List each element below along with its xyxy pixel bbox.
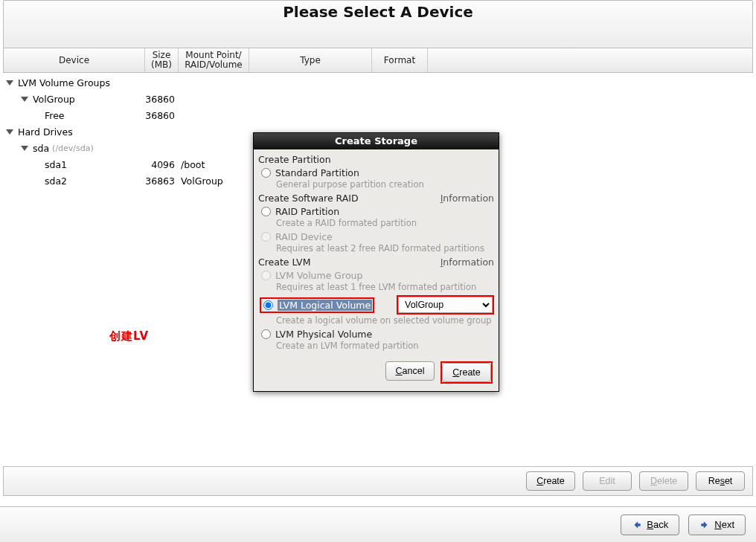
- tree-label: Free: [45, 110, 65, 121]
- tree-label: sda2: [45, 175, 67, 187]
- option-lvm-vg: LVM Volume Group: [260, 270, 494, 281]
- tree-label: sda1: [45, 159, 67, 170]
- section-create-raid: Create Software RAID Information: [258, 193, 494, 204]
- tree-size: 36860: [144, 110, 178, 121]
- desc-raid-device: Requires at least 2 free RAID formated p…: [276, 243, 494, 254]
- dialog-title: Create Storage: [254, 133, 499, 149]
- desc-lvm-lv: Create a logical volume on selected volu…: [276, 315, 494, 326]
- chevron-down-icon[interactable]: [6, 80, 13, 86]
- tree-size: 36860: [144, 94, 178, 105]
- tree-row-lvm-groups[interactable]: LVM Volume Groups: [3, 74, 753, 91]
- tree-size: 36863: [144, 175, 178, 187]
- arrow-right-icon: [699, 520, 710, 530]
- tree-size: 4096: [144, 159, 178, 170]
- tree-label: VolGroup: [33, 94, 75, 105]
- option-raid-device: RAID Device: [260, 231, 494, 242]
- radio-raid-device: [261, 232, 271, 242]
- arrow-left-icon: [632, 520, 642, 530]
- table-header: Device Size (MB) Mount Point/ RAID/Volum…: [3, 48, 753, 73]
- cancel-button[interactable]: Cancel: [385, 361, 435, 381]
- col-format[interactable]: Format: [372, 48, 428, 72]
- delete-device-button: Delete: [639, 471, 688, 491]
- tree-label: sda: [33, 143, 49, 154]
- option-lvm-pv[interactable]: LVM Physical Volume: [260, 329, 494, 340]
- volgroup-select[interactable]: VolGroup: [398, 297, 493, 313]
- edit-device-button: Edit: [583, 471, 632, 491]
- radio-lvm-vg: [261, 271, 271, 280]
- create-device-button[interactable]: Create: [526, 471, 575, 491]
- tree-devpath: (/dev/sda): [52, 143, 94, 153]
- radio-raid-partition[interactable]: [261, 207, 271, 216]
- radio-standard-partition[interactable]: [261, 168, 271, 178]
- col-type[interactable]: Type: [249, 48, 372, 72]
- radio-lvm-lv[interactable]: [263, 300, 273, 311]
- desc-standard-partition: General purpose partition creation: [276, 179, 494, 190]
- tree-row-volgroup[interactable]: VolGroup 36860: [3, 91, 753, 107]
- chevron-down-icon[interactable]: [6, 129, 13, 135]
- create-button[interactable]: Create: [442, 363, 491, 382]
- header-panel: Please Select A Device: [3, 0, 753, 49]
- section-create-lvm: Create LVM Information: [258, 257, 494, 268]
- col-size[interactable]: Size (MB): [145, 48, 179, 72]
- section-create-partition: Create Partition: [258, 154, 494, 165]
- create-storage-dialog: Create Storage Create Partition Standard…: [253, 132, 499, 392]
- desc-lvm-pv: Create an LVM formated partition: [276, 341, 494, 351]
- chevron-down-icon[interactable]: [21, 97, 28, 102]
- tree-mount: VolGroup: [178, 175, 249, 187]
- radio-lvm-pv[interactable]: [261, 329, 271, 339]
- col-mount[interactable]: Mount Point/ RAID/Volume: [179, 48, 249, 72]
- tree-label: LVM Volume Groups: [18, 77, 110, 88]
- nav-bar: Back Next: [0, 506, 756, 542]
- tree-label: Hard Drives: [18, 126, 73, 138]
- page-title: Please Select A Device: [4, 3, 752, 21]
- tree-mount: /boot: [178, 159, 249, 170]
- info-link-lvm[interactable]: Information: [441, 257, 494, 268]
- option-lvm-lv[interactable]: LVM Logical Volume VolGroup: [260, 295, 494, 314]
- chevron-down-icon[interactable]: [21, 146, 28, 151]
- back-button[interactable]: Back: [621, 514, 679, 535]
- action-bar: Create Edit Delete Reset: [3, 466, 753, 496]
- option-standard-partition[interactable]: Standard Partition: [260, 167, 494, 178]
- desc-lvm-vg: Requires at least 1 free LVM formated pa…: [276, 282, 494, 292]
- annotation-label: 创建LV: [109, 329, 149, 343]
- desc-raid-partition: Create a RAID formated partition: [276, 218, 494, 228]
- col-device[interactable]: Device: [4, 48, 145, 72]
- option-raid-partition[interactable]: RAID Partition: [260, 206, 494, 217]
- info-link-raid[interactable]: Information: [441, 193, 494, 204]
- reset-button[interactable]: Reset: [696, 471, 745, 491]
- tree-row-free[interactable]: Free 36860: [3, 107, 753, 123]
- next-button[interactable]: Next: [688, 514, 746, 535]
